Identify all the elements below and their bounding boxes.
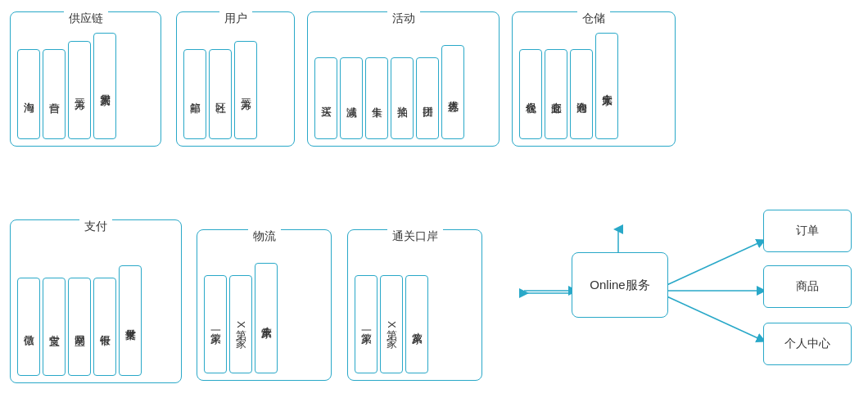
card-yinhangka: 银行卡 <box>93 278 116 376</box>
supply-chain-group: 供应链 海淘 自营 第三方 大宗贸易 <box>10 11 161 147</box>
personal-box: 个人中心 <box>763 323 852 365</box>
card-youhuiquan: 优惠券 <box>441 45 464 139</box>
card-customs-8: 第八家 <box>405 275 428 373</box>
diagram: 供应链 海淘 自营 第三方 大宗贸易 用户 邮箱 社区 第三方 活动 买送 满减… <box>0 0 868 416</box>
card-user-disanfang: 第三方 <box>234 41 257 139</box>
card-customs-1: 第一家 <box>355 275 377 373</box>
svg-line-4 <box>663 242 762 287</box>
card-dazongemaoyi: 大宗贸易 <box>93 33 116 139</box>
card-youxiang: 邮箱 <box>183 49 206 139</box>
card-jika: 集卡 <box>365 57 388 139</box>
warehouse-group: 仓储 保税仓 直邮仓 海购仓 大宗仓库 <box>512 11 676 147</box>
supply-chain-label: 供应链 <box>64 11 108 26</box>
card-logistics-x: 第X家 <box>229 275 252 373</box>
card-customs-x: 第X家 <box>380 275 403 373</box>
card-zhiyoucang: 直邮仓 <box>545 49 567 139</box>
card-shequ: 社区 <box>209 49 232 139</box>
activity-label: 活动 <box>387 11 420 26</box>
card-logistics-18: 第十八家 <box>255 263 278 373</box>
card-choujiang: 抽奖 <box>391 57 414 139</box>
activity-group: 活动 买送 满减 集卡 抽奖 拼团 优惠券 <box>307 11 500 147</box>
card-apple-pay: 苹果支付 <box>119 265 142 376</box>
payment-group: 支付 微信 支付宝 网易宝 银行卡 苹果支付 <box>10 219 182 383</box>
card-disanfang: 第三方 <box>68 41 91 139</box>
goods-label: 商品 <box>796 279 819 294</box>
card-maisong: 买送 <box>314 57 337 139</box>
card-pintuan: 拼团 <box>416 57 439 139</box>
warehouse-label: 仓储 <box>577 11 610 26</box>
logistics-label: 物流 <box>248 229 281 244</box>
card-haitao: 海淘 <box>17 49 40 139</box>
online-service-box: Online服务 <box>572 252 668 318</box>
customs-group: 通关口岸 第一家 第X家 第八家 <box>347 229 482 381</box>
card-weixin: 微信 <box>17 278 40 376</box>
online-service-label: Online服务 <box>590 278 649 293</box>
card-wangyibao: 网易宝 <box>68 278 91 376</box>
logistics-group: 物流 第一家 第X家 第十八家 <box>197 229 332 381</box>
user-group: 用户 邮箱 社区 第三方 <box>176 11 295 147</box>
personal-label: 个人中心 <box>784 337 830 351</box>
order-box: 订单 <box>763 210 852 252</box>
payment-label: 支付 <box>79 219 112 234</box>
goods-box: 商品 <box>763 265 852 308</box>
card-ziyong: 自营 <box>43 49 66 139</box>
order-label: 订单 <box>796 224 819 238</box>
card-logistics-1: 第一家 <box>204 275 227 373</box>
card-baoshuicang: 保税仓 <box>519 49 542 139</box>
svg-line-6 <box>663 295 762 340</box>
user-label: 用户 <box>219 11 252 26</box>
card-zhifubao: 支付宝 <box>43 278 66 376</box>
customs-label: 通关口岸 <box>387 229 443 244</box>
card-haigoucang: 海购仓 <box>570 49 593 139</box>
card-manjian: 满减 <box>340 57 363 139</box>
card-dazongcangku: 大宗仓库 <box>595 33 618 139</box>
